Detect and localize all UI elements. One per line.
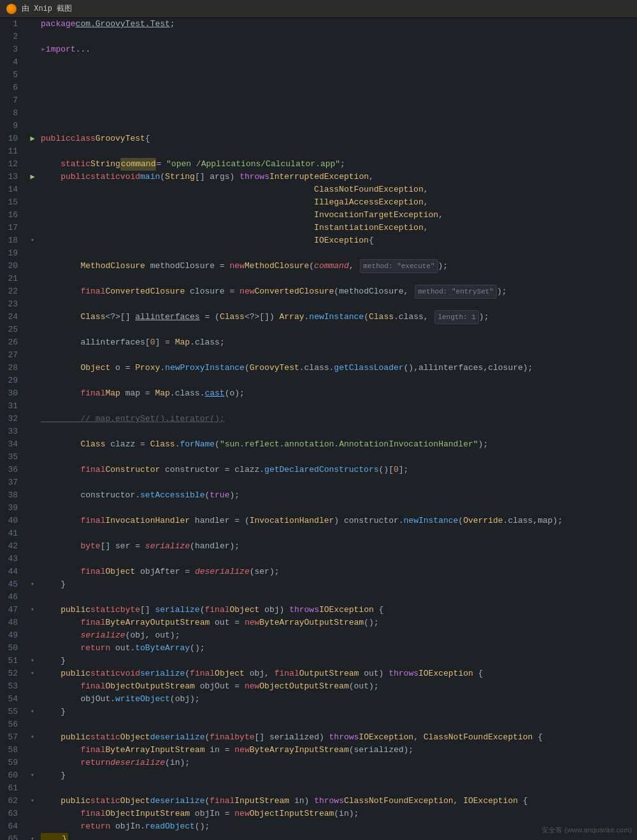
code-line-18: IOException { bbox=[41, 234, 637, 247]
fold-icon-57[interactable]: ▾ bbox=[27, 731, 38, 744]
code-line-15: IllegalAccessException, bbox=[41, 196, 637, 209]
code-line-25 bbox=[41, 324, 637, 336]
code-line-11 bbox=[41, 145, 637, 158]
code-line-7 bbox=[41, 94, 637, 107]
code-line-33 bbox=[41, 425, 637, 438]
code-line-10: public class GroovyTest { bbox=[41, 132, 637, 145]
code-line-49: serialize(obj, out); bbox=[41, 629, 637, 642]
code-line-28: Object o = Proxy.newProxyInstance(Groovy… bbox=[41, 362, 637, 374]
code-line-24: Class<?>[] allinterfaces = (Class<?>[]) … bbox=[41, 311, 637, 324]
code-line-63: final ObjectInputStream objIn = new Obje… bbox=[41, 808, 637, 820]
code-line-54: objOut.writeObject(obj); bbox=[41, 693, 637, 706]
code-line-55: } bbox=[41, 706, 637, 718]
code-line-19 bbox=[41, 247, 637, 260]
code-container: 1 2 3 4 5 6 7 8 9 10 11 12 13 14 15 16 1… bbox=[0, 18, 637, 840]
code-line-29 bbox=[41, 374, 637, 387]
code-line-2 bbox=[41, 31, 637, 43]
code-line-40: final InvocationHandler handler = (Invoc… bbox=[41, 515, 637, 527]
code-line-42: byte[] ser = serialize(handler); bbox=[41, 540, 637, 553]
code-line-46 bbox=[41, 591, 637, 604]
code-line-26: allinterfaces[0] = Map.class; bbox=[41, 336, 637, 349]
code-line-23 bbox=[41, 298, 637, 311]
code-line-58: final ByteArrayInputStream in = new Byte… bbox=[41, 744, 637, 757]
fold-icon-52[interactable]: ▾ bbox=[27, 667, 38, 680]
code-line-31 bbox=[41, 400, 637, 413]
code-lines: package com.GroovyTest.Test; ▸import ...… bbox=[38, 18, 637, 840]
code-line-12: static String command = "open /Applicati… bbox=[41, 158, 637, 171]
code-line-20: MethodClosure methodClosure = new Method… bbox=[41, 260, 637, 273]
code-line-53: final ObjectOutputStream objOut = new Ob… bbox=[41, 680, 637, 693]
fold-icon-65[interactable]: ▾ bbox=[27, 833, 38, 840]
code-line-61 bbox=[41, 782, 637, 795]
xnip-icon bbox=[6, 4, 17, 14]
code-line-6 bbox=[41, 82, 637, 94]
code-line-16: InvocationTargetException, bbox=[41, 209, 637, 222]
code-line-3: ▸import ... bbox=[41, 43, 637, 56]
run-icon-13[interactable]: ▶ bbox=[27, 171, 38, 183]
title-bar: 由 Xnip 截图 bbox=[0, 0, 637, 18]
code-line-1: package com.GroovyTest.Test; bbox=[41, 18, 637, 31]
fold-icon-60[interactable]: ▾ bbox=[27, 769, 38, 782]
code-line-62: public static Object deserialize(final I… bbox=[41, 795, 637, 808]
fold-icon-62[interactable]: ▾ bbox=[27, 795, 38, 808]
code-line-41 bbox=[41, 527, 637, 540]
code-line-21 bbox=[41, 273, 637, 285]
code-line-14: ClassNotFoundException, bbox=[41, 183, 637, 196]
code-line-5 bbox=[41, 69, 637, 82]
fold-icon-47[interactable]: ▾ bbox=[27, 604, 38, 616]
code-line-48: final ByteArrayOutputStream out = new By… bbox=[41, 616, 637, 629]
code-line-32: // map.entrySet().iterator(); bbox=[41, 413, 637, 425]
gutter: ▶ ▶ ▾ bbox=[27, 18, 38, 840]
code-line-51: } bbox=[41, 655, 637, 667]
code-line-57: public static Object deserialize(final b… bbox=[41, 731, 637, 744]
code-line-59: return deserialize(in); bbox=[41, 757, 637, 769]
fold-icon-18[interactable]: ▾ bbox=[27, 234, 38, 247]
watermark: 安全客 (www.anquanke.com) bbox=[541, 825, 632, 835]
code-line-52: public static void serialize(final Objec… bbox=[41, 667, 637, 680]
code-line-27 bbox=[41, 349, 637, 362]
fold-icon-51[interactable]: ▾ bbox=[27, 655, 38, 667]
code-line-44: final Object objAfter = deserialize(ser)… bbox=[41, 566, 637, 578]
code-line-38: constructor.setAccessible(true); bbox=[41, 489, 637, 502]
code-line-36: final Constructor constructor = clazz.ge… bbox=[41, 464, 637, 476]
code-line-39 bbox=[41, 502, 637, 515]
line-numbers: 1 2 3 4 5 6 7 8 9 10 11 12 13 14 15 16 1… bbox=[0, 18, 27, 840]
code-line-4 bbox=[41, 56, 637, 69]
code-line-17: InstantiationException, bbox=[41, 222, 637, 234]
code-line-56 bbox=[41, 718, 637, 731]
title-text: 由 Xnip 截图 bbox=[22, 3, 72, 14]
code-line-8 bbox=[41, 107, 637, 120]
code-line-13: public static void main(String[] args) t… bbox=[41, 171, 637, 183]
code-line-60: } bbox=[41, 769, 637, 782]
run-icon-10[interactable]: ▶ bbox=[27, 132, 38, 145]
code-line-9 bbox=[41, 120, 637, 132]
code-line-37 bbox=[41, 476, 637, 489]
code-line-45: } bbox=[41, 578, 637, 591]
code-line-22: final ConvertedClosure closure = new Con… bbox=[41, 285, 637, 298]
code-line-47: public static byte[] serialize(final Obj… bbox=[41, 604, 637, 616]
code-line-35 bbox=[41, 451, 637, 464]
code-line-43 bbox=[41, 553, 637, 566]
fold-icon-45[interactable]: ▾ bbox=[27, 578, 38, 591]
fold-icon-55[interactable]: ▾ bbox=[27, 706, 38, 718]
code-line-50: return out.toByteArray(); bbox=[41, 642, 637, 655]
code-line-30: final Map map = Map.class.cast(o); bbox=[41, 387, 637, 400]
code-line-34: Class clazz = Class.forName("sun.reflect… bbox=[41, 438, 637, 451]
